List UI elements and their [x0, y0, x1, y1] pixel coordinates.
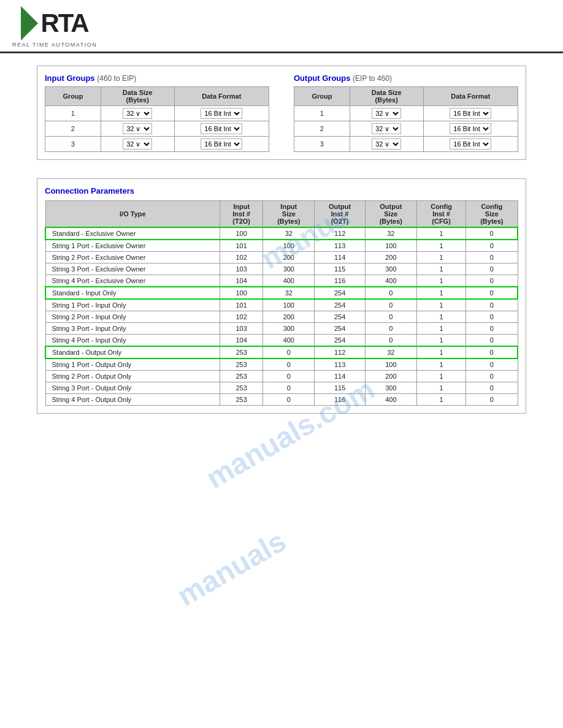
- input-group-row: 1 32 ∨ 16 Bit Int: [45, 106, 269, 121]
- o2t-inst: 254: [315, 299, 365, 311]
- data-size-select-out[interactable]: 32 ∨: [372, 108, 401, 119]
- data-format-select-out[interactable]: 16 Bit Int: [450, 138, 491, 150]
- data-size-field-out[interactable]: 32 ∨: [350, 121, 423, 137]
- conn-table-row: Standard - Input Only 100 32 254 0 1 0: [45, 287, 518, 299]
- conn-table-row: String 4 Port - Exclusive Owner 104 400 …: [45, 275, 518, 287]
- cfg-size: 0: [466, 394, 518, 406]
- cfg-size: 0: [466, 252, 518, 264]
- col-group: Group: [45, 87, 101, 106]
- cfg-inst: 1: [416, 299, 465, 311]
- output-size: 400: [365, 275, 416, 287]
- input-size: 32: [263, 287, 315, 299]
- data-format-select[interactable]: 16 Bit Int: [201, 123, 242, 134]
- t2o-inst: 253: [220, 382, 263, 394]
- data-format-select-out[interactable]: 16 Bit Int: [450, 108, 491, 119]
- cfg-inst: 1: [416, 371, 465, 382]
- o2t-inst: 116: [315, 394, 365, 406]
- logo-text: RTA: [40, 10, 88, 36]
- io-type: String 1 Port - Output Only: [45, 358, 220, 371]
- col-config-inst: ConfigInst #(CFG): [416, 201, 465, 228]
- cfg-size: 0: [466, 240, 518, 252]
- t2o-inst: 104: [220, 275, 263, 287]
- output-size: 300: [365, 382, 416, 394]
- t2o-inst: 102: [220, 252, 263, 264]
- col-output-inst: OutputInst #(O2T): [315, 201, 365, 228]
- io-type: String 2 Port - Exclusive Owner: [45, 252, 220, 264]
- page-header: RTA REAL TIME AUTOMATION: [0, 0, 563, 53]
- o2t-inst: 254: [315, 323, 365, 335]
- conn-table-row: String 2 Port - Output Only 253 0 114 20…: [45, 371, 518, 382]
- data-size-field-out[interactable]: 32 ∨: [350, 137, 423, 152]
- conn-table-row: String 3 Port - Input Only 103 300 254 0…: [45, 323, 518, 335]
- input-size: 300: [263, 264, 315, 275]
- group-number-out: 1: [294, 106, 350, 121]
- watermark-3: manuals: [171, 524, 291, 613]
- input-size: 0: [263, 358, 315, 371]
- input-size: 0: [263, 371, 315, 382]
- output-size: 32: [365, 346, 416, 358]
- output-size: 32: [365, 227, 416, 240]
- data-size-select[interactable]: 32 ∨: [123, 138, 152, 150]
- group-number: 1: [45, 106, 101, 121]
- cfg-inst: 1: [416, 252, 465, 264]
- output-size: 100: [365, 240, 416, 252]
- output-groups-section: Output Groups (EIP to 460) Group Data Si…: [294, 74, 518, 152]
- col-data-format-out: Data Format: [423, 87, 518, 106]
- input-groups-label: Input Groups: [45, 74, 95, 83]
- data-format-field-out[interactable]: 16 Bit Int: [423, 137, 518, 152]
- io-type: String 3 Port - Output Only: [45, 382, 220, 394]
- o2t-inst: 254: [315, 335, 365, 347]
- output-size: 0: [365, 287, 416, 299]
- data-size-select[interactable]: 32 ∨: [123, 123, 152, 134]
- o2t-inst: 116: [315, 275, 365, 287]
- data-size-field-out[interactable]: 32 ∨: [350, 106, 423, 121]
- output-size: 300: [365, 264, 416, 275]
- conn-table-row: String 2 Port - Exclusive Owner 102 200 …: [45, 252, 518, 264]
- output-groups-title: Output Groups (EIP to 460): [294, 74, 518, 83]
- conn-table-row: String 4 Port - Output Only 253 0 116 40…: [45, 394, 518, 406]
- io-type: String 1 Port - Input Only: [45, 299, 220, 311]
- data-format-select-out[interactable]: 16 Bit Int: [450, 123, 491, 134]
- data-format-field[interactable]: 16 Bit Int: [174, 137, 269, 152]
- output-group-row: 2 32 ∨ 16 Bit Int: [294, 121, 518, 137]
- data-size-field[interactable]: 32 ∨: [101, 121, 174, 137]
- conn-table-row: String 3 Port - Output Only 253 0 115 30…: [45, 382, 518, 394]
- input-size: 400: [263, 335, 315, 347]
- io-type: String 2 Port - Input Only: [45, 311, 220, 323]
- output-groups-header-row: Group Data Size(Bytes) Data Format: [294, 87, 518, 106]
- output-size: 200: [365, 252, 416, 264]
- input-groups-section: Input Groups (460 to EIP) Group Data Siz…: [45, 74, 269, 152]
- data-size-select-out[interactable]: 32 ∨: [372, 138, 401, 150]
- cfg-size: 0: [466, 335, 518, 347]
- output-size: 200: [365, 371, 416, 382]
- output-groups-eip: (EIP to 460): [353, 74, 392, 83]
- t2o-inst: 100: [220, 227, 263, 240]
- input-size: 0: [263, 346, 315, 358]
- cfg-size: 0: [466, 287, 518, 299]
- data-size-select[interactable]: 32 ∨: [123, 108, 152, 119]
- data-format-select[interactable]: 16 Bit Int: [201, 108, 242, 119]
- cfg-inst: 1: [416, 394, 465, 406]
- cfg-inst: 1: [416, 382, 465, 394]
- data-format-field[interactable]: 16 Bit Int: [174, 121, 269, 137]
- data-format-field-out[interactable]: 16 Bit Int: [423, 121, 518, 137]
- col-input-size: InputSize(Bytes): [263, 201, 315, 228]
- data-format-field[interactable]: 16 Bit Int: [174, 106, 269, 121]
- data-format-select[interactable]: 16 Bit Int: [201, 138, 242, 150]
- cfg-size: 0: [466, 275, 518, 287]
- connection-parameters-container: Connection Parameters I/O Type InputInst…: [37, 178, 526, 414]
- data-size-select-out[interactable]: 32 ∨: [372, 123, 401, 134]
- cfg-inst: 1: [416, 335, 465, 347]
- cfg-size: 0: [466, 346, 518, 358]
- logo-arrow-icon: [21, 6, 38, 40]
- o2t-inst: 115: [315, 382, 365, 394]
- io-type: Standard - Output Only: [45, 346, 220, 358]
- data-size-field[interactable]: 32 ∨: [101, 137, 174, 152]
- conn-table-row: String 4 Port - Input Only 104 400 254 0…: [45, 335, 518, 347]
- connection-parameters-title: Connection Parameters: [45, 186, 518, 195]
- group-number: 2: [45, 121, 101, 137]
- data-size-field[interactable]: 32 ∨: [101, 106, 174, 121]
- o2t-inst: 112: [315, 227, 365, 240]
- output-groups-table: Group Data Size(Bytes) Data Format 1 32 …: [294, 86, 518, 152]
- data-format-field-out[interactable]: 16 Bit Int: [423, 106, 518, 121]
